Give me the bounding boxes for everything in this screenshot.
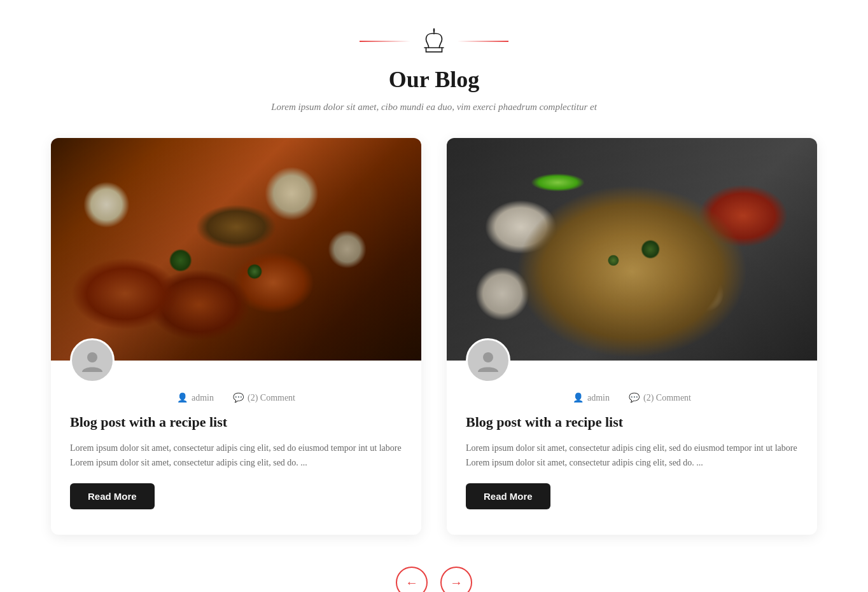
avatar-2 [466,338,510,383]
avatar-container-1 [70,338,115,383]
section-header: Our Blog Lorem ipsum dolor sit amet, cib… [51,25,817,113]
card-image-wrapper-2 [447,138,817,361]
comment-count-2: (2) Comment [643,393,691,403]
blog-card-meta-1: 👤 admin 💬 (2) Comment [70,392,402,403]
blog-card-meta-2: 👤 admin 💬 (2) Comment [466,392,798,403]
meta-comments-1: 💬 (2) Comment [233,392,295,403]
blog-card-title-1: Blog post with a recipe list [70,413,402,432]
blog-card-excerpt-2: Lorem ipsum dolor sit amet, consectetur … [466,441,798,471]
read-more-button-2[interactable]: Read More [466,483,550,509]
header-line-right [458,41,508,42]
next-arrow-button[interactable]: → [440,567,472,592]
comment-icon-1: 💬 [233,392,244,403]
nav-arrows: ← → [51,567,817,592]
blog-card-image-2 [447,138,817,361]
read-more-button-1[interactable]: Read More [70,483,155,509]
blog-card-2: 👤 admin 💬 (2) Comment Blog post with a r… [447,138,817,535]
blog-card-content-2: 👤 admin 💬 (2) Comment Blog post with a r… [447,380,817,516]
blog-grid: 👤 admin 💬 (2) Comment Blog post with a r… [51,138,817,535]
comment-icon-2: 💬 [629,392,640,403]
meta-author-1: 👤 admin [177,392,214,403]
meta-comments-2: 💬 (2) Comment [629,392,691,403]
avatar-container-2 [466,338,510,383]
avatar-1 [70,338,115,383]
page-wrapper: Our Blog Lorem ipsum dolor sit amet, cib… [0,0,868,592]
food-photo-2 [447,138,817,361]
author-name-2: admin [587,393,610,403]
section-subtitle: Lorem ipsum dolor sit amet, cibo mundi e… [51,102,817,113]
prev-arrow-icon: ← [405,575,418,590]
next-arrow-icon: → [450,575,463,590]
chef-hat-icon [418,25,450,57]
author-name-1: admin [192,393,214,403]
header-icon-row [51,25,817,57]
blog-card-content-1: 👤 admin 💬 (2) Comment Blog post with a r… [51,380,421,516]
food-photo-1 [51,138,421,361]
header-line-left [360,41,410,42]
blog-card-1: 👤 admin 💬 (2) Comment Blog post with a r… [51,138,421,535]
card-image-wrapper-1 [51,138,421,361]
svg-point-1 [483,352,493,362]
section-title: Our Blog [51,66,817,93]
blog-card-excerpt-1: Lorem ipsum dolor sit amet, consectetur … [70,441,402,471]
blog-card-title-2: Blog post with a recipe list [466,413,798,432]
meta-author-2: 👤 admin [573,392,610,403]
avatar-icon-1 [80,348,105,373]
comment-count-1: (2) Comment [248,393,295,403]
svg-point-0 [87,352,97,362]
avatar-icon-2 [475,348,501,373]
user-icon-2: 👤 [573,392,584,403]
prev-arrow-button[interactable]: ← [396,567,428,592]
blog-card-image-1 [51,138,421,361]
user-icon-1: 👤 [177,392,188,403]
